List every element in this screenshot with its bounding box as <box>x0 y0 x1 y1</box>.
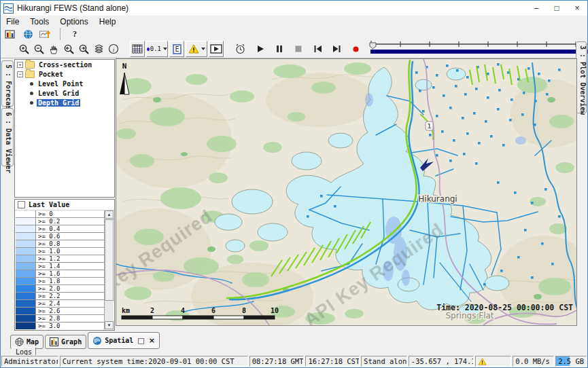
maximize-button[interactable]: □ <box>547 1 567 16</box>
legend-label: >= 0.8 <box>36 240 104 247</box>
stop-button[interactable] <box>292 41 305 56</box>
tree-item-level-point[interactable]: Level Point <box>30 79 114 88</box>
tab-plot-overview[interactable]: 3 : Plot Overview <box>576 41 587 113</box>
slider-handle[interactable] <box>370 43 376 49</box>
legend-row[interactable]: >= 3.0 <box>16 323 104 329</box>
legend-toggle-button[interactable]: E <box>169 41 184 57</box>
legend-row[interactable]: >= 2.0 <box>16 285 104 293</box>
bullet-icon <box>30 92 33 95</box>
database-viewer-button[interactable] <box>3 26 17 41</box>
collapse-icon[interactable]: − <box>17 71 23 77</box>
legend-swatch <box>16 233 36 240</box>
bullet-icon <box>30 82 33 86</box>
last-value-checkbox[interactable] <box>18 201 25 208</box>
timeseries-dialog-button[interactable] <box>39 26 52 41</box>
value-dot-icon <box>147 48 150 51</box>
legend-row[interactable]: >= 2.6 <box>16 308 104 315</box>
legend-label: >= 2.6 <box>36 308 104 314</box>
expand-icon[interactable]: + <box>17 62 23 68</box>
legend-row[interactable]: >= 0.2 <box>16 218 104 225</box>
record-button[interactable] <box>349 41 362 56</box>
animation-dialog-button[interactable] <box>209 41 224 57</box>
legend-row[interactable]: >= 2.2 <box>16 293 104 300</box>
close-button[interactable]: × <box>567 1 587 16</box>
legend-row[interactable]: >= 2.4 <box>16 300 104 308</box>
animation-settings-button[interactable] <box>233 41 247 56</box>
scroll-down-icon[interactable]: ▼ <box>105 321 114 329</box>
north-label: N <box>122 62 127 71</box>
zoom-previous-button[interactable] <box>62 41 75 56</box>
legend-swatch <box>16 293 36 299</box>
map-canvas[interactable]: 1 N km 2 4 6 8 10 Hikurangi <box>116 59 576 325</box>
legend-scrollbar[interactable]: ▲ ▼ <box>104 210 114 329</box>
legend-swatch <box>16 308 36 314</box>
legend-row[interactable]: >= 2.8 <box>16 315 104 323</box>
legend-row[interactable]: >= 0 <box>16 210 104 218</box>
last-value-row: Last Value <box>15 200 114 210</box>
scale-tick: 8 <box>242 307 246 314</box>
layers-icon <box>93 43 105 54</box>
road-shield-number: 1 <box>428 123 431 130</box>
legend-row[interactable]: >= 1.8 <box>16 278 104 285</box>
memory-label: 2.5 GB <box>558 357 584 365</box>
step-last-button[interactable] <box>330 41 343 56</box>
tree-item-label-selected: Depth Grid <box>37 99 80 107</box>
menu-help[interactable]: Help <box>94 17 122 26</box>
info-button[interactable]: i <box>107 41 120 56</box>
zoom-out-button[interactable] <box>32 41 46 56</box>
legend-swatch <box>16 255 36 262</box>
help-button[interactable]: ? <box>68 26 82 41</box>
menu-options[interactable]: Options <box>54 17 93 26</box>
window-title: Hikurangi FEWS (Stand alone) <box>17 3 128 13</box>
scroll-up-icon[interactable]: ▲ <box>105 210 114 219</box>
layers-button[interactable] <box>92 41 105 56</box>
minimize-button[interactable]: – <box>526 1 547 16</box>
legend-list: >= 0>= 0.2>= 0.4>= 0.6>= 0.8>= 1.0>= 1.2… <box>16 210 105 329</box>
menu-tools[interactable]: Tools <box>24 17 54 26</box>
legend-row[interactable]: >= 0.8 <box>16 240 104 248</box>
zoom-next-button[interactable] <box>77 41 90 56</box>
tab-spatial[interactable]: Spatial □ × <box>88 332 160 349</box>
menu-file[interactable]: File <box>1 17 24 26</box>
pause-button[interactable] <box>273 41 286 56</box>
tree-item-cross-section[interactable]: + Cross-section <box>17 60 114 69</box>
zoom-in-icon <box>18 43 30 55</box>
legend-row[interactable]: >= 1.2 <box>16 255 104 263</box>
zoom-in-button[interactable] <box>17 41 31 56</box>
tab-graph[interactable]: Graph <box>45 335 86 349</box>
tree-item-depth-grid[interactable]: Depth Grid <box>30 98 114 107</box>
pan-button[interactable] <box>47 41 60 56</box>
legend-swatch <box>16 278 36 284</box>
thresholds-dropdown[interactable] <box>186 41 207 57</box>
tab-maximize-icon[interactable]: □ <box>137 336 144 345</box>
legend-row[interactable]: >= 1.0 <box>16 248 104 255</box>
grid-display-button[interactable] <box>130 41 145 57</box>
status-warning[interactable] <box>475 356 512 367</box>
zoom-previous-icon <box>63 43 75 55</box>
status-mode: Stand alone <box>361 356 407 367</box>
app-window: Hikurangi FEWS (Stand alone) – □ × File … <box>0 0 588 368</box>
tab-forecast-label: 5 : Forecast <box>3 61 14 114</box>
legend-row[interactable]: >= 1.6 <box>16 270 104 278</box>
legend-row[interactable]: >= 0.4 <box>16 225 104 233</box>
legend-label: >= 0.2 <box>36 218 104 225</box>
contour-value-dropdown[interactable]: 0.1 <box>146 41 168 57</box>
tab-close-icon[interactable]: × <box>149 336 155 345</box>
tab-data-viewer[interactable]: 6 : Data Viewer <box>1 108 14 166</box>
legend-row[interactable]: >= 0.6 <box>16 233 104 240</box>
tree-item-pocket[interactable]: − Pocket <box>17 70 114 79</box>
step-first-button[interactable] <box>311 41 324 56</box>
map-display-button[interactable] <box>21 26 35 41</box>
time-slider-track <box>369 40 588 55</box>
scrollbar-thumb[interactable] <box>105 219 114 301</box>
play-button[interactable] <box>254 41 267 56</box>
legend-row[interactable]: >= 1.4 <box>16 263 104 270</box>
town-label-hikurangi: Hikurangi <box>418 194 457 204</box>
right-tab-strip: 3 : Plot Overview <box>576 40 587 330</box>
legend-panel: Last Value >= 0>= 0.2>= 0.4>= 0.6>= 0.8>… <box>14 199 115 331</box>
legend-label: >= 2.8 <box>36 315 104 322</box>
bar-chart-icon <box>5 29 16 39</box>
tree-item-level-grid[interactable]: Level Grid <box>30 89 114 98</box>
time-slider[interactable] <box>369 40 588 58</box>
tab-forecast[interactable]: 5 : Forecast <box>1 60 14 107</box>
